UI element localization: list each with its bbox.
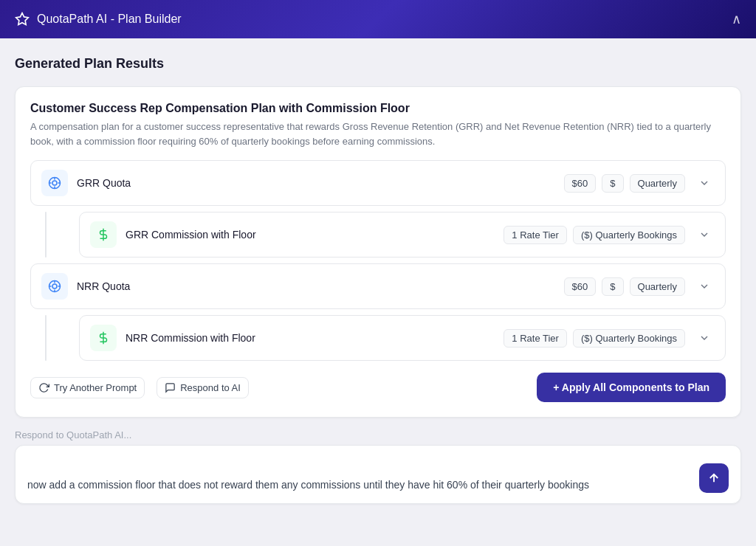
nrr-commission-chevron[interactable] [694, 328, 715, 348]
refresh-icon [38, 382, 49, 393]
nrr-commission-row: NRR Commission with Floor 1 Rate Tier ($… [79, 315, 726, 361]
nrr-commission-type: ($) Quarterly Bookings [573, 329, 685, 348]
grr-commission-chevron[interactable] [694, 224, 715, 245]
grr-quota-amount: $60 [564, 174, 597, 193]
grr-commission-meta: 1 Rate Tier ($) Quarterly Bookings [504, 226, 685, 244]
grr-commission-row: GRR Commission with Floor 1 Rate Tier ($… [79, 212, 726, 258]
plan-description: A compensation plan for a customer succe… [30, 120, 726, 148]
grr-sub-rows: GRR Commission with Floor 1 Rate Tier ($… [55, 212, 726, 258]
svg-point-9 [52, 284, 57, 288]
main-content: Generated Plan Results Customer Success … [0, 38, 756, 546]
grr-quota-row: GRR Quota $60 $ Quarterly [30, 160, 726, 206]
nrr-commission-icon [90, 325, 117, 351]
header: QuotaPath AI - Plan Builder ∧ [0, 0, 756, 38]
close-button[interactable]: ∧ [732, 11, 741, 27]
grr-quota-currency: $ [602, 174, 623, 193]
component-list: GRR Quota $60 $ Quarterly [30, 160, 726, 361]
plan-name: Customer Success Rep Compensation Plan w… [30, 102, 726, 115]
header-left: QuotaPath AI - Plan Builder [15, 12, 182, 27]
bottom-actions: Try Another Prompt Respond to AI + Apply… [30, 364, 726, 402]
grr-sub-group: GRR Commission with Floor 1 Rate Tier ($… [45, 212, 726, 258]
connector-line-2 [45, 315, 47, 361]
grr-commission-type: ($) Quarterly Bookings [573, 226, 685, 244]
try-another-label: Try Another Prompt [54, 382, 137, 393]
nrr-quota-amount: $60 [564, 277, 597, 296]
nrr-quota-meta: $60 $ Quarterly [564, 277, 685, 296]
send-icon [707, 471, 721, 485]
respond-ai-label: Respond to AI [180, 382, 241, 393]
grr-quota-icon [41, 170, 68, 196]
grr-commission-name: GRR Commission with Floor [126, 229, 495, 241]
nrr-quota-period: Quarterly [630, 277, 685, 296]
grr-quota-chevron[interactable] [694, 173, 715, 193]
svg-point-2 [52, 181, 57, 185]
respond-ai-button[interactable]: Respond to AI [157, 377, 249, 398]
header-title: QuotaPath AI - Plan Builder [37, 13, 182, 26]
respond-text[interactable]: now add a commission floor that does not… [27, 477, 690, 493]
nrr-commission-tier: 1 Rate Tier [504, 329, 567, 348]
respond-input-wrap[interactable]: now add a commission floor that does not… [15, 445, 741, 504]
app-icon [15, 12, 30, 27]
grr-quota-meta: $60 $ Quarterly [564, 174, 685, 193]
grr-commission-tier: 1 Rate Tier [504, 226, 567, 244]
nrr-sub-group: NRR Commission with Floor 1 Rate Tier ($… [45, 315, 726, 361]
chat-icon [165, 382, 176, 393]
nrr-commission-meta: 1 Rate Tier ($) Quarterly Bookings [504, 329, 685, 348]
nrr-quota-chevron[interactable] [694, 276, 715, 297]
nrr-quota-currency: $ [602, 277, 623, 296]
svg-marker-0 [16, 13, 29, 25]
connector-line [45, 212, 47, 258]
apply-all-button[interactable]: + Apply All Components to Plan [537, 373, 726, 402]
nrr-quota-icon [41, 273, 68, 300]
respond-section: Respond to QuotaPath AI... now add a com… [15, 429, 741, 504]
grr-quota-period: Quarterly [630, 174, 685, 193]
nrr-quota-name: NRR Quota [77, 280, 555, 292]
section-title: Generated Plan Results [15, 56, 741, 72]
respond-placeholder-label: Respond to QuotaPath AI... [15, 429, 741, 440]
action-links: Try Another Prompt Respond to AI [30, 377, 249, 398]
plan-card: Customer Success Rep Compensation Plan w… [15, 86, 741, 418]
nrr-quota-row: NRR Quota $60 $ Quarterly [30, 263, 726, 309]
grr-quota-name: GRR Quota [77, 177, 555, 189]
nrr-commission-name: NRR Commission with Floor [126, 332, 495, 344]
try-another-button[interactable]: Try Another Prompt [30, 377, 145, 398]
nrr-sub-rows: NRR Commission with Floor 1 Rate Tier ($… [55, 315, 726, 361]
apply-btn-label: + Apply All Components to Plan [553, 381, 709, 393]
send-button[interactable] [699, 463, 729, 493]
grr-commission-icon [90, 221, 117, 248]
